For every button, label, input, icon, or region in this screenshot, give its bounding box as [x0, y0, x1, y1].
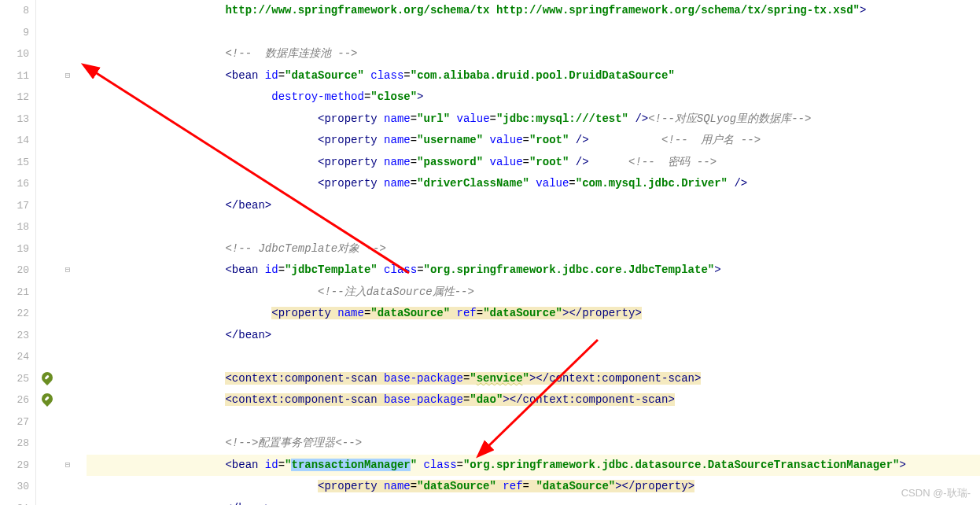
code-line[interactable]: <context:component-scan base-package="se…: [87, 368, 980, 390]
code-line[interactable]: <bean id="dataSource" class="com.alibaba…: [87, 65, 980, 87]
line-number: 31: [0, 498, 29, 506]
line-number: 8: [0, 0, 29, 22]
code-line[interactable]: <property name="url" value="jdbc:mysql:/…: [87, 109, 980, 131]
code-line[interactable]: [87, 411, 980, 433]
fold-handle: [58, 216, 77, 238]
fold-handle: [58, 498, 77, 506]
fold-handle: [58, 325, 77, 347]
gutter-icon-cell: [36, 368, 58, 390]
code-line[interactable]: </bean>: [87, 195, 980, 217]
line-number: 12: [0, 87, 29, 109]
gutter-icon-cell: [36, 346, 58, 368]
fold-handle: [58, 0, 77, 22]
fold-handle: [58, 152, 77, 174]
line-number: 14: [0, 130, 29, 152]
line-number: 28: [0, 433, 29, 455]
code-line[interactable]: <property name="password" value="root" /…: [87, 152, 980, 174]
gutter-icon-cell: [36, 476, 58, 498]
gutter-icon-cell: [36, 22, 58, 44]
fold-handle: [58, 476, 77, 498]
spring-bean-icon[interactable]: [39, 391, 55, 407]
code-line[interactable]: <property name="username" value="root" /…: [87, 130, 980, 152]
code-line[interactable]: [87, 22, 980, 44]
fold-handle: [58, 411, 77, 433]
gutter-icon-cell: [36, 325, 58, 347]
line-number: 13: [0, 109, 29, 131]
code-line[interactable]: <!-- 数据库连接池 -->: [87, 43, 980, 65]
gutter-icon-cell: [36, 152, 58, 174]
gutter-icon-cell: [36, 411, 58, 433]
fold-handle: [58, 282, 77, 304]
gutter-icon-cell: [36, 0, 58, 22]
line-number: 18: [0, 216, 29, 238]
line-number: 17: [0, 195, 29, 217]
code-line[interactable]: [87, 346, 980, 368]
gutter-icon-cell: [36, 303, 58, 325]
code-line[interactable]: <property name="dataSource" ref= "dataSo…: [87, 476, 980, 498]
line-number: 29: [0, 455, 29, 477]
code-editor[interactable]: 8910111213141516171819202122232425262728…: [0, 0, 980, 505]
line-number: 23: [0, 325, 29, 347]
line-number: 9: [0, 22, 29, 44]
code-line[interactable]: <context:component-scan base-package="da…: [87, 389, 980, 411]
line-number-gutter: 8910111213141516171819202122232425262728…: [0, 0, 36, 505]
fold-handle[interactable]: ⊟: [58, 65, 77, 87]
line-number: 19: [0, 238, 29, 260]
gutter-icon-cell: [36, 238, 58, 260]
fold-handle: [58, 22, 77, 44]
gutter-icon-column: [36, 0, 58, 505]
line-number: 21: [0, 282, 29, 304]
gutter-icon-cell: [36, 433, 58, 455]
fold-handle: [58, 303, 77, 325]
gutter-icon-cell: [36, 87, 58, 109]
fold-handle: [58, 368, 77, 390]
code-line[interactable]: destroy-method="close">: [87, 87, 980, 109]
line-number: 10: [0, 43, 29, 65]
fold-handle[interactable]: ⊟: [58, 260, 77, 282]
line-number: 11: [0, 65, 29, 87]
gutter-icon-cell: [36, 216, 58, 238]
line-number: 22: [0, 303, 29, 325]
code-line[interactable]: [87, 216, 980, 238]
gutter-icon-cell: [36, 455, 58, 477]
fold-handle: [58, 433, 77, 455]
fold-handle: [58, 87, 77, 109]
fold-handle: [58, 130, 77, 152]
fold-handle: [58, 346, 77, 368]
code-area[interactable]: http://www.springframework.org/schema/tx…: [77, 0, 980, 505]
code-line[interactable]: <bean id="jdbcTemplate" class="org.sprin…: [87, 260, 980, 282]
code-line[interactable]: <property name="dataSource" ref="dataSou…: [87, 303, 980, 325]
fold-handle: [58, 238, 77, 260]
code-line[interactable]: </bean>: [87, 498, 980, 506]
gutter-icon-cell: [36, 260, 58, 282]
fold-handle: [58, 195, 77, 217]
code-line[interactable]: <!-- JdbcTemplate对象 -->: [87, 238, 980, 260]
fold-handle[interactable]: ⊟: [58, 455, 77, 477]
fold-column[interactable]: ⊟⊟⊟: [58, 0, 77, 505]
line-number: 20: [0, 260, 29, 282]
line-number: 15: [0, 152, 29, 174]
line-number: 26: [0, 389, 29, 411]
gutter-icon-cell: [36, 43, 58, 65]
gutter-icon-cell: [36, 195, 58, 217]
code-line[interactable]: </bean>: [87, 325, 980, 347]
gutter-icon-cell: [36, 109, 58, 131]
code-line[interactable]: <bean id="transactionManager" class="org…: [87, 455, 980, 477]
gutter-icon-cell: [36, 389, 58, 411]
fold-handle: [58, 109, 77, 131]
gutter-icon-cell: [36, 173, 58, 195]
gutter-icon-cell: [36, 498, 58, 506]
gutter-icon-cell: [36, 282, 58, 304]
code-line[interactable]: <property name="driverClassName" value="…: [87, 173, 980, 195]
fold-handle: [58, 43, 77, 65]
code-line[interactable]: http://www.springframework.org/schema/tx…: [87, 0, 980, 22]
fold-handle: [58, 389, 77, 411]
line-number: 25: [0, 368, 29, 390]
code-line[interactable]: <!--注入dataSource属性-->: [87, 282, 980, 304]
fold-handle: [58, 173, 77, 195]
gutter-icon-cell: [36, 65, 58, 87]
line-number: 30: [0, 476, 29, 498]
spring-bean-icon[interactable]: [39, 370, 55, 385]
code-line[interactable]: <!-->配置事务管理器<-->: [87, 433, 980, 455]
watermark: CSDN @-耿瑞-: [901, 486, 971, 500]
